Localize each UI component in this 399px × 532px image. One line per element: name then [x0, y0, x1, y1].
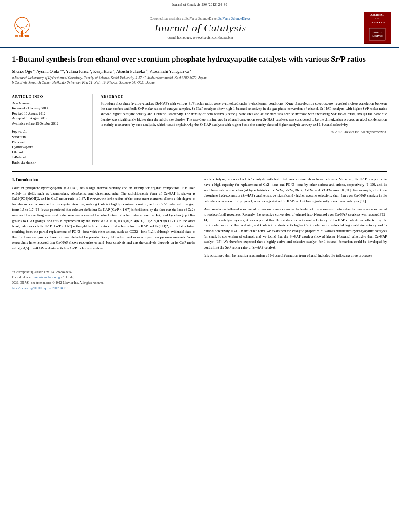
email-note: E-mail address: aonda@kochi-u.ac.jp (A. … [12, 275, 387, 279]
email-link[interactable]: aonda@kochi-u.ac.jp [33, 275, 60, 279]
kw-6: Basic site density [12, 160, 87, 165]
sciverse-text: Contents lists available at SciVerse Sci… [150, 16, 218, 21]
author-atsushi: Atsushi Fukuoka [116, 69, 145, 73]
intro-heading: 1. Introduction [12, 177, 195, 183]
keywords-label: Keywords: [12, 129, 87, 134]
aff-a4: a [190, 68, 191, 72]
aff-b2: b [146, 68, 148, 72]
affiliations: a Research Laboratory of Hydrothermal Ch… [12, 76, 387, 85]
kw-2: Phosphate [12, 140, 87, 145]
author-yukina: Yukina Iwasa [66, 69, 89, 73]
journal-header: ELSEVIER Contents lists available at Sci… [0, 8, 399, 48]
top-bar: Journal of Catalysis 296 (2012) 24–30 [0, 0, 399, 8]
article-info-panel: ARTICLE INFO Article history: Received 3… [12, 94, 93, 165]
body-para-3: Biomass-derived ethanol is expected to b… [204, 207, 387, 251]
received-date: Received 31 January 2012 [12, 106, 87, 111]
journal-cover: JOURNAL OF CATALYSIS JOURNAL CATALYSIS [364, 12, 391, 44]
journal-title: Journal of Catalysis [43, 22, 357, 34]
author-shuhei: Shuhei Ogo [12, 69, 32, 73]
author-kazumichi: Kazumichi Yanagisawa [150, 69, 189, 73]
header-center: Contents lists available at SciVerse Sci… [43, 16, 357, 39]
abstract-panel: ABSTRACT Strontium phosphate hydroxyapat… [101, 94, 387, 165]
doi-line: http://dx.doi.org/10.1016/j.jcat.2012.08… [12, 286, 387, 290]
homepage-line: journal homepage: www.elsevier.com/locat… [43, 35, 357, 39]
cover-line2: OF [375, 17, 379, 21]
aff-a3: a [90, 68, 91, 72]
body-col-left: 1. Introduction Calcium phosphate hydrox… [12, 177, 195, 261]
abstract-heading: ABSTRACT [101, 94, 387, 99]
history-label: Article history: [12, 101, 87, 105]
footnotes: * Corresponding author. Fax: +81 88 844 … [12, 267, 387, 290]
aff-a1: a [33, 68, 35, 72]
kw-5: 1-Butanol [12, 155, 87, 160]
kw-4: Ethanol [12, 150, 87, 155]
kw-1: Strontium [12, 134, 87, 140]
cover-line3: CATALYSIS [370, 21, 385, 25]
svg-text:JOURNAL: JOURNAL [372, 32, 383, 34]
svg-text:CATALYSIS: CATALYSIS [372, 35, 383, 37]
section-divider [12, 171, 387, 172]
email-label: E-mail address: [12, 275, 32, 279]
elsevier-logo: ELSEVIER [8, 16, 36, 39]
affiliation-b: b Catalysis Research Center, Hokkaido Un… [12, 80, 387, 85]
authors-line: Shuhei Ogo a, Ayumu Onda a,*, Yukina Iwa… [12, 68, 387, 74]
aff-b1: b [113, 68, 115, 72]
kw-3: Hydroxyapatite [12, 144, 87, 150]
body-columns: 1. Introduction Calcium phosphate hydrox… [12, 177, 387, 261]
article-info-heading: ARTICLE INFO [12, 94, 87, 99]
body-col-right: acidic catalysis, whereas Ca-HAP catalys… [204, 177, 387, 261]
doi-link[interactable]: http://dx.doi.org/10.1016/j.jcat.2012.08… [12, 286, 68, 290]
author-kenji: Kenji Hara [93, 69, 112, 73]
abstract-text: Strontium phosphate hydroxyapatites (Sr-… [101, 101, 387, 127]
info-abstract-block: ARTICLE INFO Article history: Received 3… [12, 91, 387, 165]
body-para-1: Calcium phosphate hydroxyapatite (Ca-HAP… [12, 185, 195, 251]
cover-line1: JOURNAL [370, 13, 384, 17]
svg-rect-8 [369, 28, 385, 40]
body-para-2: acidic catalysis, whereas Ca-HAP catalys… [204, 177, 387, 204]
journal-citation: Journal of Catalysis 296 (2012) 24–30 [172, 2, 227, 6]
revised-date: Revised 18 August 2012 [12, 111, 87, 116]
article-title: 1-Butanol synthesis from ethanol over st… [12, 54, 387, 64]
aff-a2: a, [60, 68, 62, 72]
issn-line: 0021-9517/$ - see front matter © 2012 El… [12, 281, 387, 285]
svg-text:ELSEVIER: ELSEVIER [15, 35, 29, 38]
body-para-4: It is postulated that the reaction mecha… [204, 253, 387, 259]
keywords-section: Keywords: Strontium Phosphate Hydroxyapa… [12, 129, 87, 165]
copyright: © 2012 Elsevier Inc. All rights reserved… [101, 130, 387, 134]
homepage-label: journal homepage: www.elsevier.com/locat… [167, 35, 233, 39]
accepted-date: Accepted 25 August 2012 [12, 116, 87, 121]
main-content: 1-Butanol synthesis from ethanol over st… [0, 48, 399, 299]
sciverse-line: Contents lists available at SciVerse Sci… [43, 16, 357, 21]
affiliation-a: a Research Laboratory of Hydrothermal Ch… [12, 76, 387, 80]
sciverse-link[interactable]: SciVerse ScienceDirect [218, 16, 251, 21]
corresponding-note: * Corresponding author. Fax: +81 88 844 … [12, 270, 387, 274]
email-suffix: (A. Onda). [61, 275, 75, 279]
author-ayumu: Ayumu Onda [36, 69, 59, 73]
available-date: Available online 13 October 2012 [12, 121, 87, 126]
